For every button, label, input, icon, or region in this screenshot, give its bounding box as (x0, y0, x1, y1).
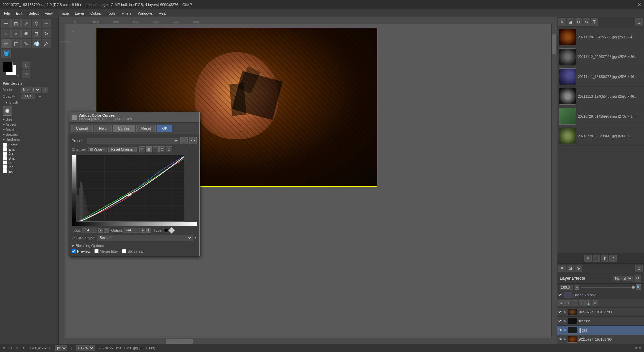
statusbar-redo-icon[interactable]: ↻ (23, 346, 25, 350)
tool-ink[interactable]: 🖋 (42, 39, 51, 48)
tool-paintbrush[interactable]: ✏ (1, 39, 11, 48)
vertical-scrollbar[interactable] (551, 24, 557, 338)
panel-expand-icon[interactable]: ⊡ (635, 18, 643, 26)
output-value[interactable] (124, 228, 140, 233)
paths-icon[interactable]: ⊘ (575, 265, 582, 272)
layer-up-button[interactable]: ↑ (572, 300, 578, 306)
menu-tools[interactable]: Tools (104, 11, 118, 16)
menu-colors[interactable]: Colors (88, 11, 104, 16)
hscroll-thumb[interactable] (166, 339, 193, 344)
presets-menu-button[interactable]: ⋯ (189, 137, 197, 144)
panel-tool-pencil[interactable]: ✎ (558, 18, 566, 26)
tool-crop[interactable]: ⊡ (32, 29, 41, 38)
panel-refresh-icon[interactable]: ↺ (609, 255, 617, 262)
help-button[interactable]: Help (94, 125, 112, 132)
thumbnail-item-4[interactable]: 20211113_124055453.jpg (2598 × 46… (557, 87, 644, 106)
spacing-section[interactable]: ▶ Spacing (3, 132, 56, 137)
tool-move[interactable]: ✛ (1, 19, 11, 28)
tool-fill[interactable]: 🪣 (1, 49, 11, 58)
angle-section[interactable]: ▶ Angle (3, 127, 56, 132)
layers-icon[interactable]: ≡ (558, 265, 566, 272)
merge-filter-checkbox[interactable] (94, 249, 99, 253)
menu-windows[interactable]: Windows (135, 11, 155, 16)
output-decrement[interactable]: - (141, 228, 145, 233)
layer-mode-select[interactable]: Normal (613, 276, 633, 281)
layer-row-3[interactable]: 👁 fx ▐ clse (557, 326, 644, 335)
menu-image[interactable]: Image (56, 11, 72, 16)
channels-icon[interactable]: ⊡ (567, 265, 574, 272)
tool-clone[interactable]: ⎘ (22, 61, 30, 69)
blending-options-row[interactable]: ▶ Blending Options (72, 243, 197, 248)
statusbar-delete-icon[interactable]: ✕ (16, 346, 19, 350)
layer-eye-toggle[interactable]: 👁 (558, 300, 565, 306)
lock-checkbox[interactable] (3, 160, 7, 165)
input-decrement[interactable]: - (98, 228, 103, 233)
channel-icon-black[interactable]: ⬛ (153, 146, 159, 152)
presets-select[interactable] (87, 138, 179, 144)
panel-tool-flip[interactable]: ⇔ (583, 18, 590, 26)
layer-eye-fx[interactable]: 👁 (558, 293, 562, 297)
split-view-label[interactable]: Split view (122, 249, 143, 253)
apply-checkbox[interactable] (3, 151, 7, 156)
channel-icon-gray[interactable]: ▨ (146, 146, 152, 152)
mode-select[interactable]: Normal (21, 87, 41, 93)
statusbar-left-icon[interactable]: ⊕ (3, 346, 5, 350)
panel-tool-text[interactable]: T (591, 18, 598, 26)
color-selector[interactable]: ⇄ (3, 62, 19, 77)
opacity-plus[interactable]: + (39, 94, 41, 98)
tool-warp[interactable]: ⌬ (32, 19, 41, 28)
input-value[interactable] (82, 228, 97, 233)
menu-file[interactable]: File (1, 11, 13, 16)
close-button[interactable]: ✕ (637, 2, 641, 7)
horizontal-scrollbar[interactable] (65, 338, 557, 344)
statusbar-undo-icon[interactable]: ↺ (9, 346, 12, 350)
size-section[interactable]: ▶ Size (3, 117, 56, 122)
tool-transform[interactable]: ⤢ (21, 19, 31, 28)
merge-filter-label[interactable]: Merge filter (94, 249, 118, 253)
hardness-section[interactable]: ▶ Hardness (3, 137, 56, 142)
foreground-color[interactable] (3, 62, 13, 72)
smooth-checkbox[interactable] (3, 156, 7, 160)
layer-row-2[interactable]: 👁 fx scanline (557, 317, 644, 326)
layer-anchor-button[interactable]: ⚓ (585, 300, 591, 306)
split-view-checkbox[interactable] (122, 249, 126, 253)
layer-mode-reset-icon[interactable]: ↺ (634, 275, 641, 282)
curves-main-area[interactable] (77, 155, 197, 222)
tool-rect-select[interactable]: ▭ (42, 19, 51, 28)
channel-icon-linear1[interactable]: ◫ (159, 146, 165, 152)
panel-download-icon[interactable]: ⬇ (584, 255, 592, 262)
channel-value-display[interactable]: Value ▼ (88, 147, 107, 152)
statusbar-units-select[interactable]: px (55, 345, 67, 351)
force-checkbox[interactable] (3, 143, 7, 147)
channel-icon-linear2[interactable]: ◻ (166, 146, 172, 152)
tool-rotate[interactable]: ↻ (42, 29, 51, 38)
thumbnail-item-2[interactable]: 20211112_092637196.jpg (2598 × 46… (557, 47, 644, 67)
menu-view[interactable]: View (42, 11, 55, 16)
tool-pencil[interactable]: ✎ (21, 39, 31, 48)
output-increment[interactable]: + (146, 228, 151, 233)
tool-fuzzy-select[interactable]: ✺ (21, 29, 31, 38)
opacity-minus[interactable]: - (36, 94, 38, 98)
menu-select[interactable]: Select (26, 11, 42, 16)
tool-free-select[interactable]: ⌖ (11, 29, 21, 38)
type-diamond-light[interactable] (168, 227, 175, 234)
presets-add-button[interactable]: + (180, 137, 188, 144)
mode-reset-icon[interactable]: ↺ (42, 87, 48, 93)
ok-button[interactable]: OK (157, 125, 172, 132)
thumbnail-item-1[interactable]: 20211120_034255553.jpg (2598 × 4… (557, 27, 644, 47)
statusbar-zoom-out-icon[interactable]: ⊖ (639, 346, 641, 350)
panel-delete-icon[interactable]: ⬛ (593, 255, 600, 262)
layer-search-icon[interactable]: 🔍 (636, 284, 641, 290)
panel-tool-grid[interactable]: ⊞ (567, 18, 574, 26)
canvas-area[interactable]: |0 1000 2000 3000 4000 5000 6000 4 0 0 0… (59, 17, 557, 344)
tool-eraser[interactable]: ◫ (11, 39, 21, 48)
layer-opacity-slider[interactable] (581, 287, 635, 288)
curves-canvas-wrapper[interactable] (72, 155, 197, 226)
menu-filters[interactable]: Filters (119, 11, 135, 16)
layer-down-button[interactable]: ↓ (579, 300, 585, 306)
layer-delete-button[interactable]: ✕ (592, 300, 598, 306)
tool-airbrush[interactable]: 💨 (32, 39, 41, 48)
brush-preview[interactable] (3, 106, 12, 116)
layer-opacity-input[interactable] (560, 285, 573, 290)
panel-tool-rotate[interactable]: ↻ (575, 18, 582, 26)
